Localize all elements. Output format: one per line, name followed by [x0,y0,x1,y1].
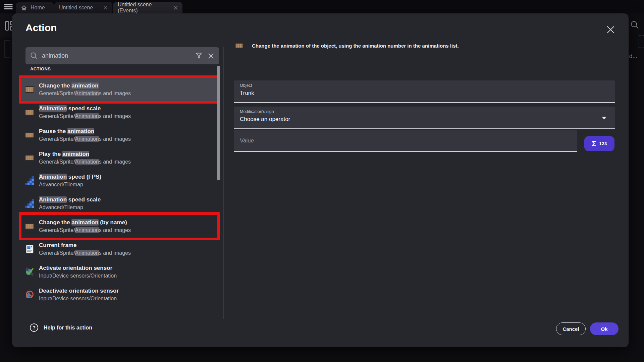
search-icon [30,52,38,60]
tab-close-icon[interactable] [173,6,178,10]
action-list-item[interactable]: Current frameGeneral/Sprite/Animations a… [21,238,217,260]
action-list-item[interactable]: Play the animationGeneral/Sprite/Animati… [21,146,217,169]
operator-field-label: Modification's sign [240,109,609,114]
action-item-title: Play the animation [39,150,131,158]
expression-editor-button[interactable]: Σ 123 [584,136,614,151]
action-item-subtitle: Input/Device sensors/Orientation [39,272,117,280]
cancel-button[interactable]: Cancel [556,322,586,335]
help-label: Help for this action [44,325,92,331]
search-match-highlight: Animation [75,136,99,142]
value-field [234,130,577,152]
action-item-title: Pause the animation [39,127,131,135]
action-item-subtitle: General/Sprite/Animations and images [39,226,131,234]
actions-section-header: ACTIONS [30,66,51,71]
sensor-off-icon [25,290,34,299]
search-match-highlight: Animation [39,196,67,203]
search-match-highlight: animation [71,219,98,226]
ok-button[interactable]: Ok [590,322,619,335]
sigma-icon: Σ [592,140,596,147]
tilemap-icon [25,176,34,185]
action-list-item[interactable]: Change the animationGeneral/Sprite/Anima… [21,78,217,101]
action-description: Change the animation of the object, usin… [252,43,459,49]
filter-icon[interactable] [195,52,202,59]
sprite-icon [25,154,34,162]
dialog-close-icon[interactable] [605,24,616,35]
home-icon [21,5,27,11]
search-match-highlight: Animation [75,250,99,256]
list-scrollbar-thumb[interactable] [217,66,220,180]
editor-search-icon[interactable] [630,20,639,31]
search-match-highlight: Animation [75,113,99,119]
sprite-icon [25,222,34,231]
action-list-item[interactable]: Change the animation (by name)General/Sp… [21,215,217,238]
help-link[interactable]: ? Help for this action [30,323,92,332]
action-list-item[interactable]: Pause the animationGeneral/Sprite/Animat… [21,124,217,146]
sprite-animation-icon [235,42,243,49]
search-match-highlight: Animation [39,174,67,180]
action-item-subtitle: Input/Device sensors/Orientation [39,295,119,302]
search-match-highlight: animation [67,128,94,134]
selection-outline [639,36,644,48]
action-list-item[interactable]: Animation speed scaleGeneral/Sprite/Anim… [21,101,217,124]
hamburger-icon[interactable] [4,4,13,9]
action-item-subtitle: General/Sprite/Animations and images [39,158,131,166]
action-item-subtitle: Advanced/Tilemap [39,181,101,188]
object-field-value: Trunk [240,90,609,97]
action-search-bar [25,47,219,64]
operator-select[interactable]: Modification's sign Choose an operator [234,107,615,129]
tilemap-icon [25,199,34,208]
sensor-on-icon [25,267,34,276]
dialog-title: Action [25,22,57,34]
frame-icon [25,245,34,253]
action-item-subtitle: General/Sprite/Animations and images [39,249,131,257]
object-field[interactable]: Object Trunk [234,80,615,103]
sprite-icon [25,131,34,139]
search-match-highlight: animation [71,82,98,89]
action-item-subtitle: General/Sprite/Animations and images [39,135,131,143]
tab-untitled-scene[interactable]: Untitled scene [54,2,112,13]
action-results-list: Change the animationGeneral/Sprite/Anima… [21,78,217,306]
clipped-label: d... [629,53,637,60]
action-list-item[interactable]: Deactivate orientation sensorInput/Devic… [21,283,217,306]
canvas-placeholder [4,40,10,58]
panel-divider [223,47,224,319]
expression-123-label: 123 [599,141,607,146]
sprite-icon [25,108,34,117]
action-item-subtitle: Advanced/Tilemap [39,203,101,211]
value-input[interactable] [240,137,571,144]
action-item-title: Activate orientation sensor [39,264,117,272]
action-item-subtitle: General/Sprite/Animations and images [39,112,131,120]
tab-label: Untitled scene [59,5,93,11]
tab-untitled-scene-events[interactable]: Untitled scene (Events) [113,2,182,13]
search-match-highlight: Animation [75,227,99,233]
clear-search-icon[interactable] [208,53,214,59]
search-match-highlight: Animation [75,90,99,96]
tab-label: Home [31,5,45,11]
action-item-title: Animation speed scale [39,105,131,112]
tab-close-icon[interactable] [103,6,108,10]
action-item-title: Change the animation (by name) [39,219,131,226]
action-item-title: Current frame [39,241,131,249]
action-dialog: Action ACTIONS Change the animationGener… [12,13,629,347]
action-item-title: Change the animation [39,82,131,89]
search-match-highlight: Animation [39,105,67,112]
action-item-title: Animation speed scale [39,196,101,203]
action-list-item[interactable]: Animation speed (FPS)Advanced/Tilemap [21,169,217,192]
sprite-icon [25,85,34,94]
search-input[interactable] [42,52,195,59]
action-list-item[interactable]: Animation speed scaleAdvanced/Tilemap [21,192,217,215]
action-item-title: Deactivate orientation sensor [39,287,119,295]
search-match-highlight: animation [62,151,89,157]
chevron-down-icon [602,117,606,119]
tab-label: Untitled scene (Events) [118,2,170,14]
operator-field-value: Choose an operator [240,116,609,123]
help-icon: ? [30,323,38,332]
search-match-highlight: Animation [75,159,99,165]
tab-home[interactable]: Home [16,2,54,13]
top-bar: Home Untitled scene Untitled scene (Even… [0,0,644,13]
object-field-label: Object [240,83,609,88]
action-item-subtitle: General/Sprite/Animations and images [39,89,131,97]
action-list-item[interactable]: Activate orientation sensorInput/Device … [21,260,217,283]
action-item-title: Animation speed (FPS) [39,173,101,181]
